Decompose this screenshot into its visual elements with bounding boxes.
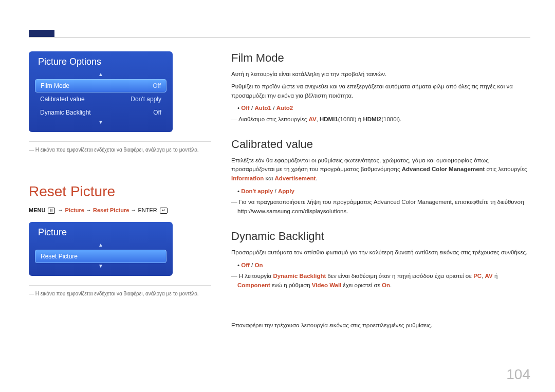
option-line: Off / On [237,260,529,270]
calibrated-body: Επιλέξτε εάν θα εφαρμόζονται οι ρυθμίσει… [231,156,529,183]
arrow-icon: → [86,207,91,213]
osd-item-label: Reset Picture [41,253,78,260]
chapter-bar [29,30,54,37]
enter-icon: ↵ [160,208,168,214]
path-reset-picture: Reset Picture [93,207,129,213]
backlight-options: Off / On [231,260,529,270]
osd-item-value: Off [153,82,161,89]
heading-film-mode: Film Mode [231,51,529,65]
osd-item-backlight[interactable]: Dynamic Backlight Off [35,106,166,119]
osd-item-label: Film Mode [41,82,69,89]
opt-dont-apply: Don't apply [241,188,273,194]
osd-item-reset-picture[interactable]: Reset Picture [35,250,166,263]
paragraph: Προσαρμόζει αυτόματα τον οπίσθιο φωτισμό… [231,248,529,257]
up-arrow-icon[interactable]: ▲ [35,71,166,77]
osd-item-label: Calibrated value [40,96,85,103]
film-mode-note: Διαθέσιμο στις λειτουργίες AV, HDMI1(108… [231,115,529,124]
osd-picture-options: Picture Options ▲ Film Mode Off Calibrat… [29,51,173,132]
opt-on: On [254,262,263,268]
disclaimer-2: Η εικόνα που εμφανίζεται ενδέχεται να δι… [29,285,211,296]
menu-label: MENU [29,207,45,213]
heading-backlight: Dynamic Backlight [231,230,529,243]
right-column: Film Mode Αυτή η λειτουργία είναι κατάλλ… [231,51,529,333]
film-mode-body: Αυτή η λειτουργία είναι κατάλληλη για τη… [231,70,529,100]
down-arrow-icon[interactable]: ▼ [35,119,166,125]
enter-label: ENTER [138,207,157,213]
osd-item-film-mode[interactable]: Film Mode Off [35,79,166,92]
osd-title: Picture Options [35,57,166,67]
opt-auto2: Auto2 [276,105,293,111]
osd-item-value: Off [153,109,161,116]
option-line: Off / Auto1 / Auto2 [237,103,529,113]
option-line: Don't apply / Apply [237,186,529,196]
page-number: 104 [506,366,530,383]
path-picture: Picture [65,207,84,213]
arrow-icon: → [131,207,136,213]
calibrated-options: Don't apply / Apply [231,186,529,196]
heading-calibrated: Calibrated value [231,138,529,151]
menu-icon: Ⅲ [48,208,55,214]
osd-picture: Picture ▲ Reset Picture ▼ [29,222,173,276]
reset-picture-heading: Reset Picture [29,183,211,200]
film-mode-options: Off / Auto1 / Auto2 [231,103,529,113]
opt-off: Off [241,105,250,111]
divider-top [29,37,530,38]
down-arrow-icon[interactable]: ▼ [35,263,166,269]
paragraph: Ρυθμίζει το προϊόν ώστε να ανιχνεύει και… [231,82,529,101]
left-column: Picture Options ▲ Film Mode Off Calibrat… [29,51,211,296]
opt-auto1: Auto1 [254,105,271,111]
backlight-body: Προσαρμόζει αυτόματα τον οπίσθιο φωτισμό… [231,248,529,257]
osd-item-value: Don't apply [131,96,161,103]
menu-path: MENU Ⅲ → Picture → Reset Picture → ENTER… [29,207,211,214]
paragraph: Επαναφέρει την τρέχουσα λειτουργία εικόν… [231,321,529,330]
osd-title: Picture [35,227,166,238]
opt-off: Off [241,262,250,268]
osd-item-calibrated[interactable]: Calibrated value Don't apply [35,92,166,106]
calibrated-note: Για να πραγματοποιήσετε λήψη του προγράμ… [231,198,529,216]
paragraph: Επιλέξτε εάν θα εφαρμόζονται οι ρυθμίσει… [231,156,529,183]
osd-item-label: Dynamic Backlight [40,109,91,116]
opt-apply: Apply [278,188,294,194]
disclaimer-1: Η εικόνα που εμφανίζεται ενδέχεται να δι… [29,141,211,153]
reset-body: Επαναφέρει την τρέχουσα λειτουργία εικόν… [231,321,529,330]
arrow-icon: → [58,207,64,213]
backlight-note: Η λειτουργία Dynamic Backlight δεν είναι… [231,272,529,290]
paragraph: Αυτή η λειτουργία είναι κατάλληλη για τη… [231,70,529,79]
up-arrow-icon[interactable]: ▲ [35,242,166,248]
